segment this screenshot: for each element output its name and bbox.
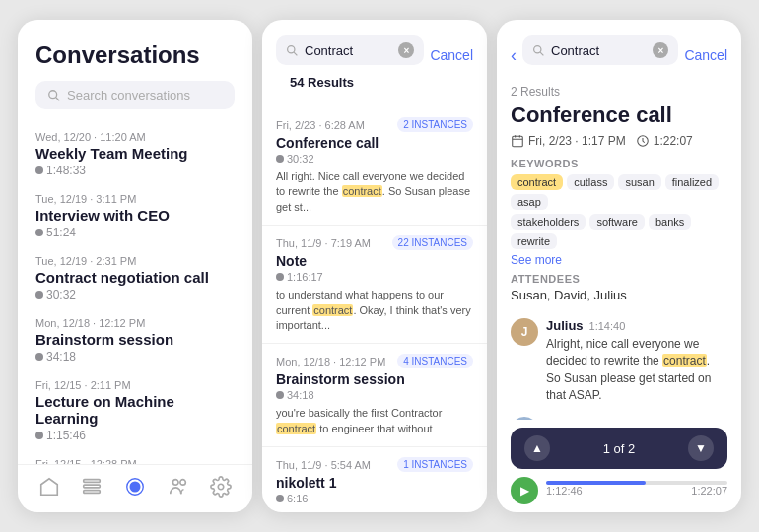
result-meta: Thu, 11/9 · 7:19 AM 22 INSTANCES xyxy=(276,235,473,250)
total-time: 1:22:07 xyxy=(691,485,727,497)
prev-result-button[interactable]: ▲ xyxy=(524,435,550,461)
keyword-tag[interactable]: software xyxy=(589,214,645,230)
transcript-item: J Julius 1:14:40 Alright, nice call ever… xyxy=(511,318,727,405)
panel2-header: Contract × Cancel 54 Results xyxy=(262,20,487,107)
dot-icon xyxy=(276,391,284,399)
play-button[interactable]: ▶ xyxy=(511,477,538,504)
svg-rect-4 xyxy=(84,491,101,494)
conversations-title: Conversations xyxy=(35,41,235,69)
instances-badge: 1 INSTANCES xyxy=(397,457,473,472)
progress-bar[interactable] xyxy=(546,481,727,485)
result-meta: Mon, 12/18 · 12:12 PM 4 INSTANCES xyxy=(276,354,473,368)
home-nav-icon[interactable] xyxy=(37,475,61,499)
svg-point-12 xyxy=(534,45,541,52)
speaker-time: 1:14:40 xyxy=(589,320,626,332)
search-bar[interactable]: Search conversations xyxy=(35,81,235,109)
search-result-item[interactable]: Thu, 11/9 · 5:54 AM 1 INSTANCES nikolett… xyxy=(262,447,487,512)
detail-meta: Fri, 2/23 · 1:17 PM 1:22:07 xyxy=(511,134,727,148)
conv-date: Fri, 12/15 · 2:11 PM xyxy=(35,379,235,391)
svg-rect-2 xyxy=(84,480,101,483)
keywords-label: KEYWORDS xyxy=(511,158,727,169)
clear-search-icon3[interactable]: × xyxy=(653,42,668,58)
result-title: nikolett 1 xyxy=(276,475,473,491)
svg-point-8 xyxy=(179,480,185,486)
speaker-time: 1:14:52 xyxy=(590,419,627,420)
progress-times: 1:12:46 1:22:07 xyxy=(546,485,727,497)
search-bar2[interactable]: Contract × xyxy=(276,35,424,65)
current-time: 1:12:46 xyxy=(546,485,583,497)
clear-search-icon[interactable]: × xyxy=(398,42,414,58)
keyword-tag[interactable]: asap xyxy=(511,194,548,210)
playback-row: ▶ 1:12:46 1:22:07 xyxy=(497,477,741,512)
list-item[interactable]: Fri, 12/15 · 2:11 PM Lecture on Machine … xyxy=(18,371,252,450)
meta-date: Fri, 2/23 · 1:17 PM xyxy=(511,134,626,148)
svg-point-7 xyxy=(172,480,178,486)
transcript-content: Susan 1:14:52 Got it. And with the banks… xyxy=(546,417,727,420)
people-nav-icon[interactable] xyxy=(167,475,190,499)
record-nav-icon[interactable] xyxy=(123,475,147,499)
keyword-tag[interactable]: rewrite xyxy=(511,233,557,249)
instances-badge: 4 INSTANCES xyxy=(397,354,473,368)
svg-rect-14 xyxy=(513,136,523,147)
list-item[interactable]: Fri, 12/15 · 12:28 PM Quarterly business… xyxy=(18,450,252,464)
result-time: 34:18 xyxy=(276,389,473,401)
back-icon[interactable]: ‹ xyxy=(511,45,517,66)
conv-date: Mon, 12/18 · 12:12 PM xyxy=(35,317,235,329)
transcript-text: Alright, nice call everyone we decided t… xyxy=(546,336,727,405)
keyword-tag[interactable]: finalized xyxy=(665,174,719,190)
speaker-name: Susan xyxy=(546,417,585,420)
conv-date: Wed, 12/20 · 11:20 AM xyxy=(35,131,235,143)
avatar-susan: S xyxy=(511,417,538,420)
search-results-list: Fri, 2/23 · 6:28 AM 2 INSTANCES Conferen… xyxy=(262,107,487,512)
result-snippet: All right. Nice call everyone we decided… xyxy=(276,169,473,215)
list-item[interactable]: Tue, 12/19 · 2:31 PM Contract negotiatio… xyxy=(18,247,252,309)
list-item[interactable]: Tue, 12/19 · 3:11 PM Interview with CEO … xyxy=(18,185,252,247)
result-snippet: you're basically the first Contractor co… xyxy=(276,406,473,436)
detail-title: Conference call xyxy=(511,102,727,128)
conv-title: Interview with CEO xyxy=(35,207,235,224)
result-snippet: to understand what happens to our curren… xyxy=(276,288,473,333)
list-nav-icon[interactable] xyxy=(80,475,104,499)
keyword-tag[interactable]: contract xyxy=(511,174,563,190)
result-meta: Fri, 2/23 · 6:28 AM 2 INSTANCES xyxy=(276,117,473,132)
dot-icon xyxy=(276,495,284,502)
keyword-tag[interactable]: cutlass xyxy=(567,174,614,190)
list-item[interactable]: Mon, 12/18 · 12:12 PM Brainstorm session… xyxy=(18,309,252,371)
svg-point-5 xyxy=(129,482,140,493)
result-meta: Thu, 11/9 · 5:54 AM 1 INSTANCES xyxy=(276,457,473,472)
search-result-item[interactable]: Mon, 12/18 · 12:12 PM 4 INSTANCES Brains… xyxy=(262,344,487,447)
dot-icon xyxy=(35,229,43,236)
transcript-area: J Julius 1:14:40 Alright, nice call ever… xyxy=(497,318,741,420)
calendar-icon xyxy=(511,134,524,148)
settings-nav-icon[interactable] xyxy=(209,475,233,499)
conv-date: Tue, 12/19 · 3:11 PM xyxy=(35,193,235,205)
transcript-content: Julius 1:14:40 Alright, nice call everyo… xyxy=(546,318,727,405)
search-result-item[interactable]: Thu, 11/9 · 7:19 AM 22 INSTANCES Note 1:… xyxy=(262,226,487,344)
result-date: Fri, 2/23 · 6:28 AM xyxy=(276,119,365,131)
keyword-tag[interactable]: stakeholders xyxy=(511,214,586,230)
search-input-placeholder: Search conversations xyxy=(67,88,190,102)
detail-results-count: 2 Results xyxy=(511,85,727,99)
search-query-text3: Contract xyxy=(551,43,647,58)
keyword-tag[interactable]: susan xyxy=(618,174,660,190)
cancel-button3[interactable]: Cancel xyxy=(684,47,727,63)
conversations-list: Wed, 12/20 · 11:20 AM Weekly Team Meetin… xyxy=(18,119,252,464)
instances-badge: 2 INSTANCES xyxy=(397,117,473,132)
next-result-button[interactable]: ▼ xyxy=(688,435,714,461)
keywords-section: KEYWORDS contract cutlass susan finalize… xyxy=(511,158,727,267)
result-title: Conference call xyxy=(276,135,473,151)
see-more-link[interactable]: See more xyxy=(511,253,727,267)
svg-point-10 xyxy=(288,45,295,52)
result-date: Mon, 12/18 · 12:12 PM xyxy=(276,356,385,367)
list-item[interactable]: Wed, 12/20 · 11:20 AM Weekly Team Meetin… xyxy=(18,123,252,185)
search-result-item[interactable]: Fri, 2/23 · 6:28 AM 2 INSTANCES Conferen… xyxy=(262,107,487,226)
result-time: 1:16:17 xyxy=(276,271,473,283)
conv-date: Tue, 12/19 · 2:31 PM xyxy=(35,255,235,267)
keyword-tag[interactable]: banks xyxy=(649,214,691,230)
conv-title: Weekly Team Meeting xyxy=(35,145,235,162)
cancel-button[interactable]: Cancel xyxy=(430,47,473,63)
search-bar3[interactable]: Contract × xyxy=(522,35,678,65)
attendees-label: ATTENDEES xyxy=(511,273,727,285)
keywords-row1: contract cutlass susan finalized asap xyxy=(511,174,727,210)
conv-duration: 1:48:33 xyxy=(35,164,235,177)
